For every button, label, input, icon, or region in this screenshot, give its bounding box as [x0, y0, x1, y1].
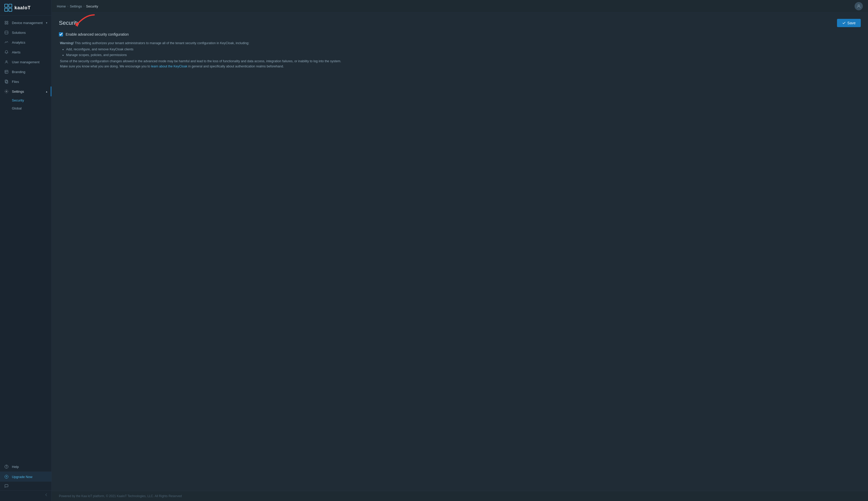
warning-box: Warning! This setting authorizes your te… [59, 40, 861, 70]
svg-rect-14 [5, 80, 7, 83]
checkbox-row: Enable advanced security configuration [59, 32, 861, 36]
warning-title: Warning! [60, 41, 74, 45]
warning-paragraph-1: Warning! This setting authorizes your te… [60, 41, 861, 46]
content-header: Security Save [59, 19, 861, 27]
page-title: Security [59, 20, 79, 26]
help-icon [4, 464, 9, 469]
sidebar-item-analytics[interactable]: Analytics [0, 38, 51, 47]
content-area: Security Save Enable advanced security c… [52, 13, 868, 491]
branding-icon [4, 70, 9, 74]
save-button-label: Save [847, 21, 856, 25]
settings-subnav: Security Global [0, 96, 51, 112]
sidebar-bottom: Help Upgrade Now [0, 460, 51, 501]
sidebar-chat[interactable] [0, 482, 51, 490]
chevron-up-icon: ▴ [46, 90, 47, 93]
upgrade-icon [4, 475, 9, 479]
warning-extra-2: Make sure you know what you are doing. W… [60, 65, 151, 68]
logo-icon [4, 4, 12, 12]
footer: Powered by the Kaa IoT platform, © 2021 … [52, 491, 868, 501]
gear-icon [4, 89, 9, 94]
topbar: Home › Settings › Security [52, 0, 868, 13]
sidebar-label-files: Files [12, 80, 19, 84]
svg-rect-15 [6, 81, 8, 83]
breadcrumb: Home › Settings › Security [57, 4, 98, 8]
logo-text: kaaIoT [14, 5, 31, 11]
chevron-down-icon: ▾ [46, 21, 47, 24]
footer-text: Powered by the Kaa IoT platform, © 2021 … [59, 494, 182, 498]
keycloak-link[interactable]: learn about the KeyCloak [151, 65, 187, 68]
warning-intro: This setting authorizes your tenant admi… [75, 41, 249, 45]
warning-extra-3: in general and specifically about authen… [187, 65, 284, 68]
sidebar-label-alerts: Alerts [12, 50, 20, 54]
svg-point-10 [8, 32, 8, 33]
subnav-label-security: Security [12, 98, 24, 102]
svg-point-8 [5, 32, 6, 33]
sidebar: kaaIoT Device management ▾ Solutions Ana… [0, 0, 52, 501]
svg-rect-5 [7, 21, 8, 22]
sidebar-item-help[interactable]: Help [0, 462, 51, 471]
sidebar-item-upgrade[interactable]: Upgrade Now [0, 471, 51, 482]
sidebar-logo: kaaIoT [0, 0, 51, 16]
wave-icon [4, 40, 9, 45]
svg-point-9 [6, 32, 7, 33]
bell-icon [4, 50, 9, 54]
svg-rect-1 [9, 4, 12, 7]
warning-paragraph-3: Make sure you know what you are doing. W… [60, 64, 861, 69]
breadcrumb-current: Security [86, 4, 98, 8]
sidebar-label-settings: Settings [12, 89, 24, 94]
svg-rect-6 [5, 23, 6, 24]
sidebar-item-user-management[interactable]: User management [0, 57, 51, 67]
breadcrumb-sep-1: › [67, 5, 68, 8]
save-button[interactable]: Save [837, 19, 861, 27]
sidebar-label-branding: Branding [12, 70, 25, 74]
subnav-label-global: Global [12, 106, 22, 110]
subnav-item-security[interactable]: Security [0, 96, 51, 104]
advanced-security-checkbox[interactable] [59, 32, 63, 36]
breadcrumb-settings[interactable]: Settings [70, 4, 82, 8]
user-avatar[interactable] [855, 2, 863, 10]
dots-icon [4, 30, 9, 35]
breadcrumb-home[interactable]: Home [57, 4, 66, 8]
topbar-right [855, 2, 863, 10]
sidebar-item-files[interactable]: Files [0, 77, 51, 86]
sidebar-label-analytics: Analytics [12, 41, 25, 44]
svg-point-20 [858, 5, 859, 6]
sidebar-item-device-management[interactable]: Device management ▾ [0, 18, 51, 28]
svg-point-12 [6, 61, 7, 62]
warning-bullet-1: Add, reconfigure, and remove KeyCloak cl… [66, 47, 861, 52]
svg-rect-2 [5, 8, 8, 11]
sidebar-item-alerts[interactable]: Alerts [0, 47, 51, 57]
sidebar-label-user-management: User management [12, 60, 40, 64]
sidebar-item-settings[interactable]: Settings ▴ [0, 86, 51, 96]
files-icon [4, 79, 9, 84]
chat-icon [4, 484, 9, 488]
warning-extra-1: Some of the security configuration chang… [60, 60, 341, 63]
sidebar-label-solutions: Solutions [12, 31, 25, 35]
svg-rect-4 [5, 21, 6, 22]
subnav-item-global[interactable]: Global [0, 104, 51, 112]
sidebar-item-solutions[interactable]: Solutions [0, 28, 51, 38]
user-icon [4, 60, 9, 64]
sidebar-collapse-button[interactable] [0, 490, 51, 499]
svg-rect-3 [9, 8, 12, 11]
warning-bullets: Add, reconfigure, and remove KeyCloak cl… [66, 47, 861, 57]
checkbox-label[interactable]: Enable advanced security configuration [66, 32, 129, 36]
grid-icon [4, 20, 9, 25]
svg-point-18 [7, 467, 7, 468]
main-content: Home › Settings › Security Security [52, 0, 868, 501]
warning-paragraph-2: Some of the security configuration chang… [60, 58, 861, 64]
breadcrumb-sep-2: › [83, 5, 84, 8]
warning-bullet-2: Manage scopes, policies, and permissions [66, 52, 861, 57]
active-indicator [51, 86, 51, 96]
sidebar-label-upgrade: Upgrade Now [12, 475, 33, 479]
svg-rect-13 [5, 70, 8, 73]
sidebar-item-branding[interactable]: Branding [0, 67, 51, 77]
svg-rect-0 [5, 4, 8, 7]
sidebar-label-device-management: Device management [12, 21, 43, 25]
sidebar-nav: Device management ▾ Solutions Analytics … [0, 16, 51, 460]
svg-point-16 [6, 91, 7, 92]
sidebar-label-help: Help [12, 465, 19, 469]
svg-rect-7 [7, 23, 8, 24]
